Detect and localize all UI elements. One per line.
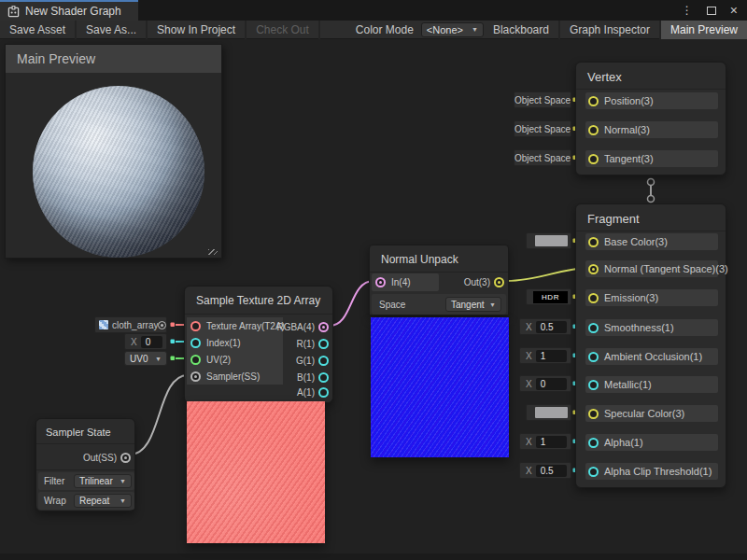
slot-label: A(1) [297, 387, 315, 398]
specular-color-swatch-field[interactable] [526, 404, 571, 421]
shader-graph-icon [7, 6, 20, 18]
color-mode-value: <None> [427, 24, 463, 35]
slot-label: R(1) [297, 339, 315, 349]
slot-label: Ambient Occlusion(1) [604, 351, 702, 362]
port-rgba-output[interactable] [318, 322, 329, 332]
texture-thumbnail-icon [99, 320, 108, 329]
port-b-output[interactable] [318, 372, 329, 383]
filter-row: Filter Trilinear ▼ [38, 472, 134, 490]
field-prefix: X [526, 466, 532, 476]
window-controls: ⋮ × [682, 0, 747, 21]
slot-label: Base Color(3) [604, 236, 668, 247]
space-label: Space [379, 300, 405, 310]
port-position-input[interactable] [588, 96, 599, 106]
port-normal-input[interactable] [588, 125, 599, 135]
port-base-color[interactable] [588, 237, 599, 247]
resize-handle[interactable] [208, 249, 218, 255]
slot-r-output: R(1) [265, 335, 331, 352]
blackboard-button[interactable]: Blackboard [484, 21, 560, 39]
wrap-dropdown[interactable]: Repeat ▼ [74, 494, 132, 508]
slot-tangent: Tangent(3) [585, 150, 718, 167]
object-space-badge-position[interactable]: Object Space [514, 91, 571, 108]
port-in4[interactable] [375, 277, 386, 287]
port-alpha-clip-threshold[interactable] [588, 467, 599, 477]
float-input[interactable]: 0.5 [536, 321, 567, 333]
maximize-icon[interactable] [707, 7, 716, 15]
float-input[interactable]: 0 [141, 336, 162, 348]
close-icon[interactable]: × [730, 4, 738, 17]
color-swatch[interactable] [535, 407, 568, 418]
slot-label: RGBA(4) [276, 322, 315, 332]
show-in-project-button[interactable]: Show In Project [148, 21, 247, 39]
hdr-color-swatch[interactable]: HDR [533, 291, 568, 303]
node-sampler-state[interactable]: Sampler State Out(SS) Filter Trilinear ▼… [35, 418, 135, 511]
metallic-field[interactable]: X 0 [519, 375, 571, 392]
index-field[interactable]: X 0 [124, 333, 167, 350]
slot-label: Alpha Clip Threshold(1) [604, 466, 712, 477]
tab-shader-graph[interactable]: New Shader Graph [0, 0, 138, 21]
save-as-button[interactable]: Save As... [77, 21, 148, 39]
node-normal-unpack[interactable]: Normal Unpack In(4) Out(3) Space Tangent… [369, 245, 509, 315]
port-texture-array[interactable] [190, 321, 201, 331]
port-alpha[interactable] [588, 438, 599, 448]
node-fragment[interactable]: Fragment Base Color(3) Normal (Tangent S… [575, 203, 726, 488]
node-sample-texture-2d-array[interactable]: Sample Texture 2D Array Texture Array(T2… [184, 286, 333, 403]
port-index[interactable] [190, 338, 201, 348]
uv-channel-dropdown[interactable]: UV0 ▼ [124, 351, 167, 366]
port-smoothness[interactable] [588, 323, 599, 333]
color-mode-dropdown[interactable]: <None> ▼ [421, 22, 484, 37]
port-specular-color[interactable] [588, 409, 599, 419]
slot-emission: Emission(3) [585, 289, 718, 306]
alpha-clip-threshold-field[interactable]: X 0.5 [519, 462, 571, 479]
float-input[interactable]: 1 [536, 350, 567, 362]
space-value: Tangent [451, 300, 485, 310]
base-color-swatch-field[interactable] [526, 232, 571, 249]
object-space-badge-tangent[interactable]: Object Space [514, 149, 571, 166]
slot-label: Sampler(SS) [206, 371, 260, 382]
color-swatch[interactable] [535, 235, 568, 246]
port-tangent-input[interactable] [588, 154, 599, 164]
slot-alpha: Alpha(1) [585, 434, 718, 451]
divider [576, 89, 726, 90]
save-asset-button[interactable]: Save Asset [0, 21, 77, 39]
port-a-output[interactable] [318, 387, 329, 398]
port-sampler[interactable] [190, 371, 201, 382]
port-out3[interactable] [494, 277, 504, 287]
space-dropdown[interactable]: Tangent ▼ [445, 297, 501, 312]
object-picker-icon[interactable] [158, 321, 166, 329]
ambient-occlusion-field[interactable]: X 1 [519, 347, 571, 364]
slot-label: Specular Color(3) [604, 408, 684, 419]
slot-base-color: Base Color(3) [585, 233, 718, 250]
float-input[interactable]: 1 [536, 436, 567, 448]
filter-dropdown[interactable]: Trilinear ▼ [74, 474, 132, 488]
alpha-field[interactable]: X 1 [519, 433, 571, 450]
port-normal-tangent-space[interactable] [588, 264, 599, 274]
graph-canvas[interactable]: Main Preview Vertex Position(3) Normal(3… [0, 39, 747, 560]
cloth-array-field[interactable]: cloth_array [94, 316, 167, 333]
graph-inspector-button[interactable]: Graph Inspector [560, 21, 661, 39]
divider [370, 272, 508, 273]
port-ambient-occlusion[interactable] [588, 352, 599, 362]
field-prefix: X [526, 351, 532, 361]
more-options-icon[interactable]: ⋮ [682, 5, 693, 16]
float-input[interactable]: 0 [536, 378, 567, 390]
sample-texture-preview [187, 401, 325, 543]
main-preview-button[interactable]: Main Preview [661, 21, 747, 39]
port-g-output[interactable] [318, 356, 329, 366]
main-preview-header[interactable]: Main Preview [6, 45, 221, 73]
slot-smoothness: Smoothness(1) [585, 319, 718, 336]
port-uv[interactable] [190, 355, 201, 365]
chevron-down-icon: ▼ [472, 26, 478, 33]
port-r-output[interactable] [318, 339, 329, 349]
slot-label: Out(3) [464, 277, 490, 287]
wrap-value: Repeat [79, 496, 109, 506]
port-emission[interactable] [588, 293, 599, 303]
emission-hdr-field[interactable]: HDR [526, 288, 571, 305]
port-out-ss[interactable] [120, 453, 131, 463]
sampler-state-title: Sampler State [46, 427, 111, 438]
port-metallic[interactable] [588, 380, 599, 390]
node-vertex[interactable]: Vertex Position(3) Normal(3) Tangent(3) [575, 62, 726, 175]
smoothness-field[interactable]: X 0.5 [519, 318, 571, 335]
object-space-badge-normal[interactable]: Object Space [514, 120, 571, 137]
float-input[interactable]: 0.5 [536, 465, 567, 477]
